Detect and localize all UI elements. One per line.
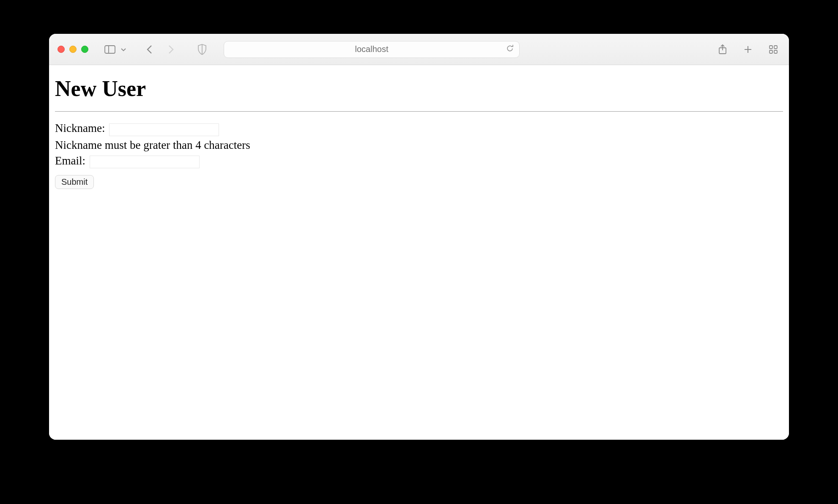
nickname-label: Nickname: [55,122,105,135]
divider [55,111,783,112]
svg-rect-8 [774,46,777,49]
svg-rect-9 [770,50,772,53]
nickname-error: Nickname must be grater than 4 character… [55,139,783,152]
forward-button[interactable] [164,43,177,56]
tab-overview-icon[interactable] [766,43,780,56]
svg-rect-10 [774,50,777,53]
shield-icon[interactable] [195,42,209,57]
share-icon[interactable] [715,42,730,57]
close-icon[interactable] [58,46,65,53]
back-button[interactable] [143,43,156,56]
sidebar-icon[interactable] [102,44,118,55]
zoom-icon[interactable] [81,46,88,53]
submit-button[interactable]: Submit [55,175,94,189]
svg-rect-0 [105,46,115,53]
address-text: localhost [355,44,389,54]
email-input[interactable] [90,156,200,168]
nickname-input[interactable] [109,123,219,136]
window-controls [58,46,88,53]
browser-window: localhost [49,34,789,440]
page-title: New User [55,76,783,101]
minimize-icon[interactable] [69,46,77,53]
svg-rect-7 [770,46,772,49]
chevron-down-icon[interactable] [118,45,129,54]
nickname-row: Nickname: [55,122,783,136]
page-content: New User Nickname: Nickname must be grat… [49,65,789,440]
reload-icon[interactable] [506,44,514,55]
address-bar[interactable]: localhost [224,41,520,58]
browser-toolbar: localhost [49,34,789,65]
new-tab-button[interactable] [741,43,755,56]
email-label: Email: [55,154,85,167]
email-row: Email: [55,154,783,169]
